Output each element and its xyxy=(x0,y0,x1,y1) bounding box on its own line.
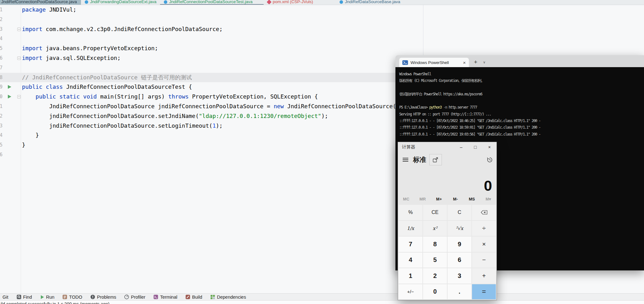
code-text: package JNDIVul; xyxy=(22,5,644,15)
toolwindow-label: Problems xyxy=(97,295,116,300)
toolwindow-label: Find xyxy=(23,295,32,300)
todo-icon xyxy=(62,295,67,299)
calculator-keypad: %CEC1/xx²²√x÷789×456−123++/−0.= xyxy=(398,204,496,300)
toolwindow-find[interactable]: Find xyxy=(17,295,32,300)
calc-button-.[interactable]: . xyxy=(448,284,471,300)
keep-on-top-icon[interactable] xyxy=(429,154,442,165)
close-button[interactable]: × xyxy=(482,142,496,152)
calculator-display: 0 xyxy=(398,167,496,194)
calc-button-1[interactable]: 1 xyxy=(399,268,422,284)
terminal-line: PS E:\JavaClass> python3 -m http.server … xyxy=(399,104,644,111)
calc-button-=[interactable]: = xyxy=(472,284,496,300)
toolwindow-label: Terminal xyxy=(160,295,177,300)
terminal-titlebar[interactable]: Windows PowerShell × + ∨ xyxy=(395,55,644,67)
run-gutter-icon[interactable] xyxy=(8,85,11,89)
profiler-icon xyxy=(124,295,129,299)
calc-button-×[interactable]: × xyxy=(472,237,496,252)
toolwindow-run[interactable]: Run xyxy=(40,295,55,300)
java-class-icon xyxy=(164,0,167,4)
tab-jndi-ref-connection-pool-datasource[interactable]: JndiRefConnectionPoolDataSource.java xyxy=(0,0,81,5)
toolwindow-problems[interactable]: Problems xyxy=(90,295,116,300)
maximize-button[interactable]: □ xyxy=(468,142,482,152)
memory-button-row: MCMRM+M-MSM▾ xyxy=(398,194,496,204)
terminal-line xyxy=(399,98,644,104)
code-line: 4 xyxy=(0,34,644,44)
tab-pom-xml[interactable]: pom.xml (CSP-JVuls) xyxy=(264,0,336,5)
backspace-icon[interactable] xyxy=(472,205,496,220)
tab-dropdown-icon[interactable]: ∨ xyxy=(483,60,486,64)
calc-button-−[interactable]: − xyxy=(472,253,496,268)
toolwindow-dependencies[interactable]: Dependencies xyxy=(210,295,246,300)
calc-button-%[interactable]: % xyxy=(399,205,422,220)
memory-button-M[interactable]: M- xyxy=(447,197,464,201)
toolwindow-label: TODO xyxy=(69,295,82,300)
memory-button-MR: MR xyxy=(414,197,431,201)
line-number: 16 xyxy=(0,150,3,160)
editor-tab-label: JndiRefConnectionPoolDataSource.java xyxy=(1,0,77,4)
new-tab-button[interactable]: + xyxy=(474,59,477,66)
toolwindow-git[interactable]: Git xyxy=(3,295,8,300)
calc-button-9[interactable]: 9 xyxy=(448,237,471,252)
powershell-icon xyxy=(402,60,408,65)
line-number: 9 xyxy=(0,82,3,92)
calc-button-+[interactable]: + xyxy=(472,268,496,284)
calc-button-CE[interactable]: CE xyxy=(423,205,447,220)
calc-button-C[interactable]: C xyxy=(448,205,471,220)
calc-button-8[interactable]: 8 xyxy=(423,237,447,252)
tab-jndi-ref-connection-pool-datasource-test[interactable]: JndiRefConnectionPoolDataSourceTest.java xyxy=(160,0,264,5)
terminal-tab[interactable]: Windows PowerShell × xyxy=(399,58,469,67)
tab-close-icon[interactable]: × xyxy=(463,60,466,65)
toolwindow-build[interactable]: Build xyxy=(185,295,202,300)
calc-button-x²[interactable]: x² xyxy=(423,221,447,236)
calc-button-0[interactable]: 0 xyxy=(423,284,447,300)
editor-tab-label: JndiRefDataSourceBase.java xyxy=(345,0,400,4)
calc-button-+/−[interactable]: +/− xyxy=(399,284,422,300)
calc-button-4[interactable]: 4 xyxy=(399,253,422,268)
fold-icon[interactable] xyxy=(17,56,21,60)
code-line: 5import java.beans.PropertyVetoException… xyxy=(0,44,644,53)
line-number: 15 xyxy=(0,140,3,150)
calc-button-²√x[interactable]: ²√x xyxy=(448,221,471,236)
dependencies-icon xyxy=(210,295,215,299)
toolwindow-todo[interactable]: TODO xyxy=(62,295,82,300)
line-number: 14 xyxy=(0,131,3,140)
calc-button-2[interactable]: 2 xyxy=(423,268,447,284)
line-number: 1 xyxy=(0,5,3,15)
fold-icon[interactable] xyxy=(17,95,21,99)
code-text: import java.beans.PropertyVetoException; xyxy=(22,44,644,53)
fold-icon[interactable] xyxy=(17,28,21,31)
memory-button-M+[interactable]: M+ xyxy=(431,197,447,201)
java-class-icon xyxy=(85,0,88,4)
terminal-line: Serving HTTP on :: port 7777 (http://[::… xyxy=(399,111,644,118)
editor-tab-label: JndiRefConnectionPoolDataSourceTest.java xyxy=(169,0,253,4)
terminal-icon xyxy=(153,295,158,299)
run-gutter-icon[interactable] xyxy=(8,95,11,99)
tab-jndi-ref-datasource-base[interactable]: JndiRefDataSourceBase.java xyxy=(336,0,427,5)
terminal-line xyxy=(399,84,644,91)
minimize-button[interactable]: – xyxy=(454,142,468,152)
calculator-titlebar[interactable]: 计算器 – □ × xyxy=(398,142,496,152)
line-number: 3 xyxy=(0,24,3,34)
terminal-line: Windows PowerShell xyxy=(399,71,644,77)
calc-button-7[interactable]: 7 xyxy=(399,237,422,252)
memory-button-MS[interactable]: MS xyxy=(464,197,480,201)
tab-jndi-forwarding-datasource-ext[interactable]: JndiForwardingDataSourceExt.java xyxy=(81,0,160,5)
toolwindow-terminal[interactable]: Terminal xyxy=(153,295,177,300)
calc-button-3[interactable]: 3 xyxy=(448,268,471,284)
toolwindow-profiler[interactable]: Profiler xyxy=(124,295,145,300)
terminal-line: ::ffff:127.0.0.1 - - [07/Oct/2022 18:59:… xyxy=(399,124,644,131)
code-line: 3import com.mchange.v2.c3p0.JndiRefConne… xyxy=(0,24,644,34)
java-class-icon xyxy=(340,0,343,4)
calc-button-1/x[interactable]: 1/x xyxy=(399,221,422,236)
history-icon[interactable] xyxy=(487,157,493,163)
calculator-mode-label: 标准 xyxy=(413,155,426,164)
code-text: import com.mchange.v2.c3p0.JndiRefConnec… xyxy=(22,24,644,34)
calculator-title: 计算器 xyxy=(402,144,415,150)
line-number: 7 xyxy=(0,63,3,73)
calc-button-6[interactable]: 6 xyxy=(448,253,471,268)
menu-icon[interactable] xyxy=(403,157,408,163)
line-number: 13 xyxy=(0,121,3,131)
calc-button-5[interactable]: 5 xyxy=(423,253,447,268)
calc-button-÷[interactable]: ÷ xyxy=(472,221,496,236)
line-number: 5 xyxy=(0,44,3,53)
